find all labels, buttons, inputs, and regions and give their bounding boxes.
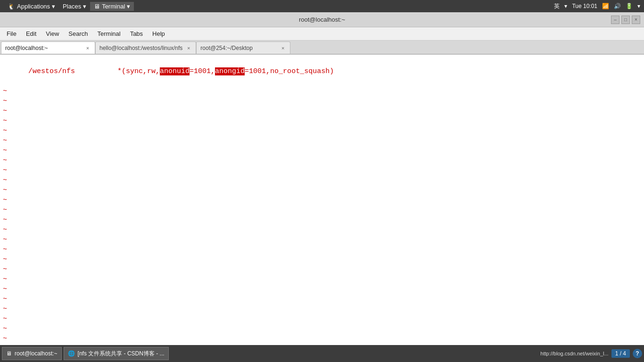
- tilde-line-22: ~: [3, 294, 641, 304]
- tilde-line-7: ~: [3, 146, 641, 156]
- tilde-line-23: ~: [3, 304, 641, 314]
- tilde-line-15: ~: [3, 225, 641, 235]
- volume-icon: 🔊: [614, 3, 621, 9]
- tilde-line-8: ~: [3, 156, 641, 165]
- battery-icon: 🔋: [626, 3, 633, 9]
- help-menu[interactable]: Help: [148, 29, 170, 39]
- tab-0-label: root@localhost:~: [5, 45, 48, 51]
- lang-chevron: ▾: [564, 3, 567, 9]
- places-chevron: ▾: [83, 3, 86, 10]
- bottom-taskbar: 🖥 root@localhost:~ 🌐 [nfs 文件系统共享 - CSDN博…: [0, 345, 644, 362]
- file-menu[interactable]: File: [2, 29, 21, 39]
- content-line-1: /westos/nfs *(sync,rw,anonuid=1001,anong…: [3, 57, 641, 86]
- language-indicator[interactable]: 英: [554, 2, 560, 10]
- tilde-line-24: ~: [3, 314, 641, 324]
- tab-1[interactable]: hello@localhost:/westos/linux/nfs ×: [95, 41, 196, 54]
- app-icon: 🐧: [8, 3, 15, 10]
- terminal-menu[interactable]: 🖥 Terminal ▾: [90, 2, 134, 11]
- tabs-bar: root@localhost:~ × hello@localhost:/west…: [0, 41, 644, 55]
- wifi-icon: 📶: [602, 3, 609, 9]
- line1-middle1: =1001,: [190, 67, 215, 75]
- tilde-line-26: ~: [3, 334, 641, 344]
- terminal-title-bar: root@localhost:~ – □ ×: [0, 12, 644, 27]
- tab-2[interactable]: root@254:~/Desktop ×: [196, 41, 290, 54]
- tilde-line-25: ~: [3, 324, 641, 334]
- taskbar-browser[interactable]: 🌐 [nfs 文件系统共享 - CSDN博客 - ...: [64, 347, 169, 360]
- tilde-line-17: ~: [3, 245, 641, 255]
- clock: Tue 10:01: [572, 3, 597, 9]
- line1-before: /westos/nfs *(sync,rw,: [28, 67, 160, 75]
- tilde-line-13: ~: [3, 205, 641, 215]
- tabs-menu[interactable]: Tabs: [125, 29, 148, 39]
- tilde-line-6: ~: [3, 136, 641, 146]
- tab-0-close[interactable]: ×: [84, 45, 91, 51]
- tilde-line-3: ~: [3, 106, 641, 116]
- tilde-line-12: ~: [3, 195, 641, 205]
- tilde-line-16: ~: [3, 235, 641, 245]
- maximize-button[interactable]: □: [621, 16, 630, 24]
- tilde-line-2: ~: [3, 96, 641, 106]
- browser-taskbar-icon: 🌐: [68, 350, 75, 357]
- line1-highlight1: anonuid: [160, 67, 190, 75]
- taskbar-terminal[interactable]: 🖥 root@localhost:~: [2, 347, 62, 360]
- terminal-content[interactable]: /westos/nfs *(sync,rw,anonuid=1001,anong…: [0, 55, 644, 351]
- menu-bar: File Edit View Search Terminal Tabs Help: [0, 27, 644, 41]
- tab-1-label: hello@localhost:/westos/linux/nfs: [99, 45, 182, 51]
- applications-menu[interactable]: 🐧 Applications ▾: [4, 2, 59, 11]
- places-menu[interactable]: Places ▾: [59, 2, 90, 11]
- minimize-button[interactable]: –: [611, 16, 619, 24]
- system-bar: 🐧 Applications ▾ Places ▾ 🖥 Terminal ▾ 英…: [0, 0, 644, 12]
- tilde-line-21: ~: [3, 284, 641, 294]
- close-button[interactable]: ×: [632, 16, 640, 24]
- tilde-line-20: ~: [3, 274, 641, 284]
- tilde-line-5: ~: [3, 126, 641, 136]
- system-bar-left: 🐧 Applications ▾ Places ▾ 🖥 Terminal ▾: [4, 2, 134, 11]
- terminal-taskbar-icon: 🖥: [6, 350, 12, 357]
- tilde-line-11: ~: [3, 185, 641, 195]
- terminal-menu-item[interactable]: Terminal: [93, 29, 125, 39]
- power-chevron: ▾: [637, 3, 640, 9]
- tab-2-label: root@254:~/Desktop: [200, 45, 253, 51]
- terminal-title: root@localhost:~: [299, 16, 345, 23]
- tab-1-close[interactable]: ×: [185, 45, 192, 51]
- tilde-line-9: ~: [3, 165, 641, 175]
- tilde-line-10: ~: [3, 175, 641, 185]
- apps-chevron: ▾: [52, 3, 55, 10]
- taskbar-url: http://blog.csdn.net/weixin_l...: [540, 351, 608, 356]
- tilde-line-4: ~: [3, 116, 641, 126]
- taskbar-terminal-label: root@localhost:~: [15, 350, 58, 357]
- tab-0[interactable]: root@localhost:~ ×: [1, 41, 95, 54]
- edit-menu[interactable]: Edit: [21, 29, 41, 39]
- terminal-chevron: ▾: [127, 3, 130, 10]
- system-bar-right: 英 ▾ Tue 10:01 📶 🔊 🔋 ▾: [554, 2, 640, 10]
- terminal-window: root@localhost:~ – □ × File Edit View Se…: [0, 12, 644, 362]
- tilde-line-14: ~: [3, 215, 641, 225]
- taskbar-browser-label: [nfs 文件系统共享 - CSDN博客 - ...: [78, 350, 165, 358]
- line1-after: =1001,no_root_squash): [245, 67, 334, 75]
- line1-highlight2: anongid: [215, 67, 245, 75]
- taskbar-right: http://blog.csdn.net/weixin_l... 1 / 4 ?: [540, 349, 642, 358]
- window-controls: – □ ×: [611, 16, 640, 24]
- tilde-line-18: ~: [3, 255, 641, 264]
- tilde-line-1: ~: [3, 86, 641, 96]
- view-menu[interactable]: View: [41, 29, 64, 39]
- tab-2-close[interactable]: ×: [280, 45, 286, 51]
- help-icon[interactable]: ?: [633, 349, 642, 358]
- tilde-line-19: ~: [3, 264, 641, 274]
- terminal-icon-sys: 🖥: [94, 3, 100, 10]
- page-indicator: 1 / 4: [611, 349, 630, 358]
- search-menu[interactable]: Search: [64, 29, 92, 39]
